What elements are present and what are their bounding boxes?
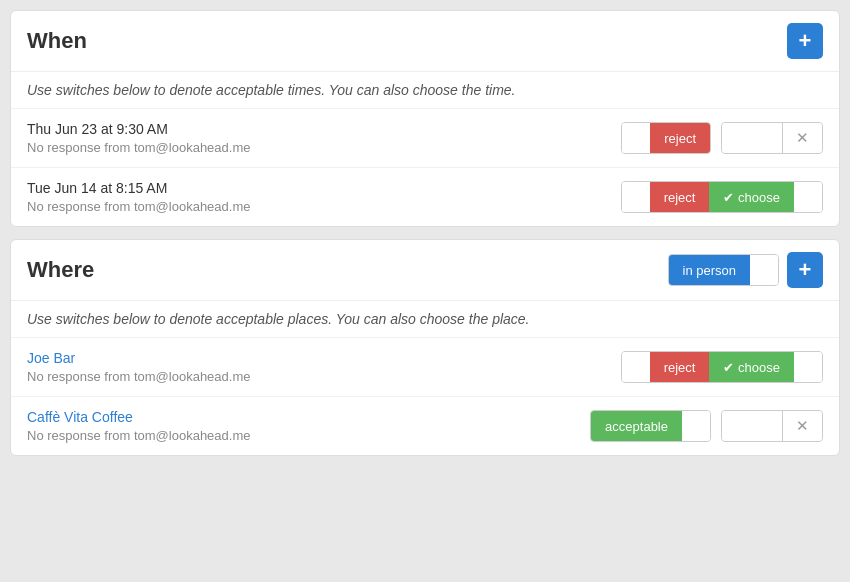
when-tue-left-inactive[interactable] bbox=[622, 182, 650, 212]
where-row-joe-left: Joe Bar No response from tom@lookahead.m… bbox=[27, 350, 250, 384]
when-row-tue-toggle: reject ✔ choose bbox=[621, 181, 823, 213]
when-row-thu-toggle: reject bbox=[621, 122, 711, 154]
when-row-thu-sub: No response from tom@lookahead.me bbox=[27, 140, 250, 155]
when-row-tue-left: Tue Jun 14 at 8:15 AM No response from t… bbox=[27, 180, 250, 214]
where-row-joe: Joe Bar No response from tom@lookahead.m… bbox=[11, 338, 839, 397]
where-caffe-x-group: ✕ bbox=[721, 410, 823, 442]
where-caffe-acceptable-button[interactable]: acceptable bbox=[591, 411, 682, 441]
where-inperson-button[interactable]: in person bbox=[669, 255, 750, 285]
where-row-caffe-toggle: acceptable bbox=[590, 410, 711, 442]
where-card-header: Where in person + bbox=[11, 240, 839, 301]
when-row-thu-controls: reject ✕ bbox=[621, 122, 823, 154]
when-row-tue-controls: reject ✔ choose bbox=[621, 181, 823, 213]
where-inperson-toggle: in person bbox=[668, 254, 779, 286]
where-caffe-x-button[interactable]: ✕ bbox=[782, 411, 822, 441]
where-joe-choose-button[interactable]: ✔ choose bbox=[709, 352, 794, 382]
where-caffe-x-left bbox=[722, 411, 782, 441]
where-row-joe-title[interactable]: Joe Bar bbox=[27, 350, 250, 366]
where-joe-right-inactive[interactable] bbox=[794, 352, 822, 382]
where-row-joe-toggle: reject ✔ choose bbox=[621, 351, 823, 383]
when-thu-x-group: ✕ bbox=[721, 122, 823, 154]
where-row-caffe-title[interactable]: Caffè Vita Coffee bbox=[27, 409, 250, 425]
when-thu-x-button[interactable]: ✕ bbox=[782, 123, 822, 153]
where-caffe-toggle-right[interactable] bbox=[682, 411, 710, 441]
where-subtitle: Use switches below to denote acceptable … bbox=[11, 301, 839, 338]
when-tue-choose-button[interactable]: ✔ choose bbox=[709, 182, 794, 212]
where-header-right: in person + bbox=[668, 252, 823, 288]
when-title: When bbox=[27, 28, 87, 54]
when-add-button[interactable]: + bbox=[787, 23, 823, 59]
when-row-tue-sub: No response from tom@lookahead.me bbox=[27, 199, 250, 214]
when-row-thu-left: Thu Jun 23 at 9:30 AM No response from t… bbox=[27, 121, 250, 155]
where-row-caffe-left: Caffè Vita Coffee No response from tom@l… bbox=[27, 409, 250, 443]
where-add-button[interactable]: + bbox=[787, 252, 823, 288]
when-thu-left-inactive[interactable] bbox=[622, 123, 650, 153]
when-thu-reject-button[interactable]: reject bbox=[650, 123, 710, 153]
when-row-thu-title: Thu Jun 23 at 9:30 AM bbox=[27, 121, 250, 137]
where-joe-left-inactive[interactable] bbox=[622, 352, 650, 382]
when-card-header: When + bbox=[11, 11, 839, 72]
when-subtitle: Use switches below to denote acceptable … bbox=[11, 72, 839, 109]
where-row-caffe: Caffè Vita Coffee No response from tom@l… bbox=[11, 397, 839, 455]
when-tue-right-inactive[interactable] bbox=[794, 182, 822, 212]
when-row-thu: Thu Jun 23 at 9:30 AM No response from t… bbox=[11, 109, 839, 168]
where-row-caffe-controls: acceptable ✕ bbox=[590, 410, 823, 442]
where-row-joe-controls: reject ✔ choose bbox=[621, 351, 823, 383]
where-inperson-right-inactive[interactable] bbox=[750, 255, 778, 285]
when-row-tue: Tue Jun 14 at 8:15 AM No response from t… bbox=[11, 168, 839, 226]
when-tue-reject-button[interactable]: reject bbox=[650, 182, 710, 212]
when-thu-x-left bbox=[722, 123, 782, 153]
where-joe-reject-button[interactable]: reject bbox=[650, 352, 710, 382]
where-row-caffe-sub: No response from tom@lookahead.me bbox=[27, 428, 250, 443]
where-card: Where in person + Use switches below to … bbox=[10, 239, 840, 456]
where-title: Where bbox=[27, 257, 94, 283]
when-row-tue-title: Tue Jun 14 at 8:15 AM bbox=[27, 180, 250, 196]
when-card: When + Use switches below to denote acce… bbox=[10, 10, 840, 227]
where-row-joe-sub: No response from tom@lookahead.me bbox=[27, 369, 250, 384]
